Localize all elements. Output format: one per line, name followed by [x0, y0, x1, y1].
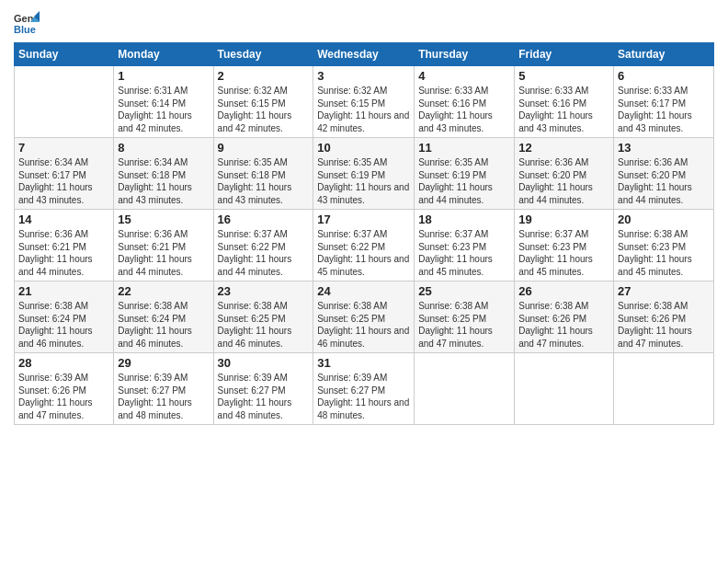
- day-info: Sunrise: 6:38 AM Sunset: 6:25 PM Dayligh…: [218, 300, 310, 350]
- day-info: Sunrise: 6:37 AM Sunset: 6:22 PM Dayligh…: [317, 228, 410, 278]
- day-cell: [415, 353, 515, 425]
- day-number: 14: [18, 213, 109, 226]
- day-info: Sunrise: 6:39 AM Sunset: 6:27 PM Dayligh…: [218, 372, 310, 421]
- day-number: 22: [118, 284, 209, 298]
- header-row: SundayMondayTuesdayWednesdayThursdayFrid…: [15, 43, 714, 66]
- day-cell: 11Sunrise: 6:35 AM Sunset: 6:19 PM Dayli…: [415, 138, 515, 210]
- day-cell: [614, 353, 714, 425]
- day-number: 4: [418, 69, 510, 83]
- day-cell: 8Sunrise: 6:34 AM Sunset: 6:18 PM Daylig…: [114, 138, 213, 210]
- day-cell: 17Sunrise: 6:37 AM Sunset: 6:22 PM Dayli…: [313, 210, 415, 282]
- day-cell: [15, 66, 114, 138]
- day-info: Sunrise: 6:38 AM Sunset: 6:23 PM Dayligh…: [618, 228, 710, 278]
- day-cell: 16Sunrise: 6:37 AM Sunset: 6:22 PM Dayli…: [213, 210, 313, 282]
- day-cell: 14Sunrise: 6:36 AM Sunset: 6:21 PM Dayli…: [15, 210, 114, 282]
- day-cell: 29Sunrise: 6:39 AM Sunset: 6:27 PM Dayli…: [114, 353, 213, 425]
- page: General Blue SundayMondayTuesdayWednesda…: [0, 0, 728, 563]
- day-cell: 27Sunrise: 6:38 AM Sunset: 6:26 PM Dayli…: [614, 282, 714, 353]
- header-cell-sunday: Sunday: [15, 43, 114, 66]
- day-cell: 31Sunrise: 6:39 AM Sunset: 6:27 PM Dayli…: [313, 353, 415, 425]
- day-cell: 15Sunrise: 6:36 AM Sunset: 6:21 PM Dayli…: [114, 210, 213, 282]
- day-number: 24: [317, 284, 410, 298]
- day-cell: 23Sunrise: 6:38 AM Sunset: 6:25 PM Dayli…: [213, 282, 313, 353]
- day-info: Sunrise: 6:37 AM Sunset: 6:23 PM Dayligh…: [518, 228, 609, 278]
- day-info: Sunrise: 6:32 AM Sunset: 6:15 PM Dayligh…: [317, 85, 410, 134]
- day-number: 30: [218, 356, 310, 370]
- day-info: Sunrise: 6:35 AM Sunset: 6:19 PM Dayligh…: [418, 156, 510, 206]
- day-cell: 22Sunrise: 6:38 AM Sunset: 6:24 PM Dayli…: [114, 282, 213, 353]
- day-number: 15: [118, 213, 209, 226]
- header-cell-wednesday: Wednesday: [313, 43, 415, 66]
- day-number: 31: [317, 356, 410, 370]
- day-number: 10: [317, 141, 410, 155]
- day-number: 23: [218, 284, 310, 298]
- day-number: 28: [18, 356, 109, 370]
- day-info: Sunrise: 6:38 AM Sunset: 6:26 PM Dayligh…: [518, 300, 609, 350]
- day-info: Sunrise: 6:35 AM Sunset: 6:19 PM Dayligh…: [317, 156, 410, 206]
- header-cell-thursday: Thursday: [415, 43, 515, 66]
- day-info: Sunrise: 6:31 AM Sunset: 6:14 PM Dayligh…: [118, 85, 209, 134]
- day-cell: 19Sunrise: 6:37 AM Sunset: 6:23 PM Dayli…: [515, 210, 614, 282]
- day-number: 3: [317, 69, 410, 83]
- day-info: Sunrise: 6:38 AM Sunset: 6:26 PM Dayligh…: [618, 300, 710, 350]
- day-info: Sunrise: 6:33 AM Sunset: 6:17 PM Dayligh…: [618, 85, 710, 134]
- day-cell: 28Sunrise: 6:39 AM Sunset: 6:26 PM Dayli…: [15, 353, 114, 425]
- day-number: 6: [618, 69, 710, 83]
- day-number: 8: [118, 141, 209, 155]
- header-cell-saturday: Saturday: [614, 43, 714, 66]
- day-info: Sunrise: 6:36 AM Sunset: 6:21 PM Dayligh…: [118, 228, 209, 278]
- day-number: 21: [18, 284, 109, 298]
- day-cell: 4Sunrise: 6:33 AM Sunset: 6:16 PM Daylig…: [415, 66, 515, 138]
- day-cell: 30Sunrise: 6:39 AM Sunset: 6:27 PM Dayli…: [213, 353, 313, 425]
- day-cell: 9Sunrise: 6:35 AM Sunset: 6:18 PM Daylig…: [213, 138, 313, 210]
- day-info: Sunrise: 6:36 AM Sunset: 6:20 PM Dayligh…: [618, 156, 710, 206]
- day-info: Sunrise: 6:33 AM Sunset: 6:16 PM Dayligh…: [518, 85, 609, 134]
- day-cell: 25Sunrise: 6:38 AM Sunset: 6:25 PM Dayli…: [415, 282, 515, 353]
- logo-icon: General Blue: [14, 9, 40, 35]
- day-cell: 2Sunrise: 6:32 AM Sunset: 6:15 PM Daylig…: [213, 66, 313, 138]
- day-cell: 21Sunrise: 6:38 AM Sunset: 6:24 PM Dayli…: [15, 282, 114, 353]
- day-info: Sunrise: 6:38 AM Sunset: 6:24 PM Dayligh…: [18, 300, 109, 350]
- day-cell: [515, 353, 614, 425]
- day-info: Sunrise: 6:37 AM Sunset: 6:23 PM Dayligh…: [418, 228, 510, 278]
- day-number: 5: [518, 69, 609, 83]
- day-cell: 7Sunrise: 6:34 AM Sunset: 6:17 PM Daylig…: [15, 138, 114, 210]
- day-cell: 24Sunrise: 6:38 AM Sunset: 6:25 PM Dayli…: [313, 282, 415, 353]
- day-number: 26: [518, 284, 609, 298]
- header-cell-monday: Monday: [114, 43, 213, 66]
- week-row-5: 28Sunrise: 6:39 AM Sunset: 6:26 PM Dayli…: [15, 353, 714, 425]
- day-cell: 10Sunrise: 6:35 AM Sunset: 6:19 PM Dayli…: [313, 138, 415, 210]
- day-info: Sunrise: 6:34 AM Sunset: 6:18 PM Dayligh…: [118, 156, 209, 206]
- day-info: Sunrise: 6:37 AM Sunset: 6:22 PM Dayligh…: [218, 228, 310, 278]
- day-number: 18: [418, 213, 510, 226]
- calendar-table: SundayMondayTuesdayWednesdayThursdayFrid…: [14, 42, 714, 425]
- day-number: 27: [618, 284, 710, 298]
- day-info: Sunrise: 6:38 AM Sunset: 6:25 PM Dayligh…: [418, 300, 510, 350]
- week-row-1: 1Sunrise: 6:31 AM Sunset: 6:14 PM Daylig…: [15, 66, 714, 138]
- day-number: 9: [218, 141, 310, 155]
- day-number: 2: [218, 69, 310, 83]
- day-cell: 26Sunrise: 6:38 AM Sunset: 6:26 PM Dayli…: [515, 282, 614, 353]
- day-info: Sunrise: 6:36 AM Sunset: 6:21 PM Dayligh…: [18, 228, 109, 278]
- day-cell: 5Sunrise: 6:33 AM Sunset: 6:16 PM Daylig…: [515, 66, 614, 138]
- day-cell: 3Sunrise: 6:32 AM Sunset: 6:15 PM Daylig…: [313, 66, 415, 138]
- week-row-3: 14Sunrise: 6:36 AM Sunset: 6:21 PM Dayli…: [15, 210, 714, 282]
- day-cell: 12Sunrise: 6:36 AM Sunset: 6:20 PM Dayli…: [515, 138, 614, 210]
- day-info: Sunrise: 6:39 AM Sunset: 6:26 PM Dayligh…: [18, 372, 109, 421]
- week-row-2: 7Sunrise: 6:34 AM Sunset: 6:17 PM Daylig…: [15, 138, 714, 210]
- day-number: 1: [118, 69, 209, 83]
- day-info: Sunrise: 6:34 AM Sunset: 6:17 PM Dayligh…: [18, 156, 109, 206]
- day-info: Sunrise: 6:38 AM Sunset: 6:24 PM Dayligh…: [118, 300, 209, 350]
- day-number: 17: [317, 213, 410, 226]
- day-info: Sunrise: 6:38 AM Sunset: 6:25 PM Dayligh…: [317, 300, 410, 350]
- day-number: 16: [218, 213, 310, 226]
- day-cell: 13Sunrise: 6:36 AM Sunset: 6:20 PM Dayli…: [614, 138, 714, 210]
- week-row-4: 21Sunrise: 6:38 AM Sunset: 6:24 PM Dayli…: [15, 282, 714, 353]
- day-cell: 18Sunrise: 6:37 AM Sunset: 6:23 PM Dayli…: [415, 210, 515, 282]
- day-number: 20: [618, 213, 710, 226]
- day-number: 19: [518, 213, 609, 226]
- day-cell: 20Sunrise: 6:38 AM Sunset: 6:23 PM Dayli…: [614, 210, 714, 282]
- logo: General Blue: [14, 9, 43, 35]
- svg-text:Blue: Blue: [14, 24, 36, 35]
- day-number: 25: [418, 284, 510, 298]
